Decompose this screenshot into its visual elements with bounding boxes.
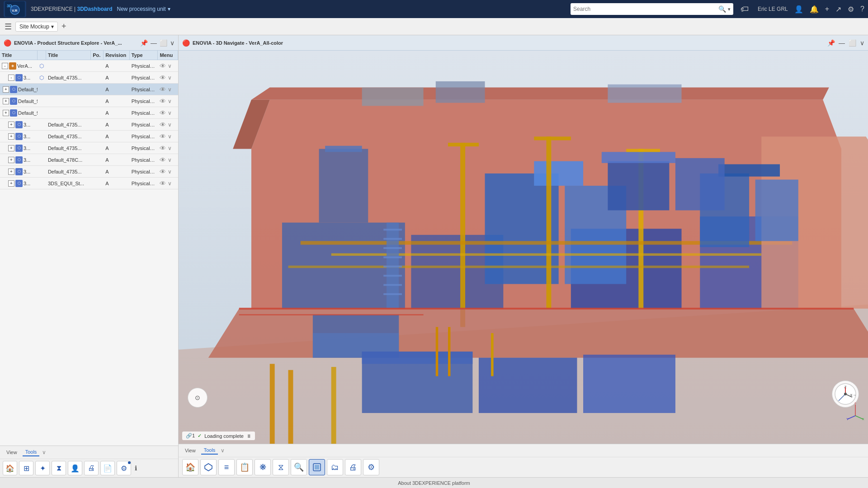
table-row[interactable]: + ⬡ 3... Default_4735... A Physical Pr 👁… xyxy=(0,119,178,131)
layers-btn[interactable]: 🗂 xyxy=(327,459,343,475)
3d-view-btn[interactable] xyxy=(200,459,217,475)
close-icon[interactable]: ∨ xyxy=(170,39,175,47)
pause-icon[interactable]: ⏸ xyxy=(246,433,251,439)
visibility-icon[interactable]: 👁 xyxy=(160,133,166,140)
settings-btn[interactable]: ⚙ xyxy=(117,461,131,475)
expand-btn[interactable]: + xyxy=(3,98,9,104)
visibility-icon[interactable]: 👁 xyxy=(160,145,166,152)
people-btn[interactable]: 👤 xyxy=(68,461,82,475)
bookmark-icon[interactable]: 🏷 xyxy=(741,5,749,14)
tab-view-right[interactable]: View xyxy=(182,447,198,454)
processing-unit[interactable]: New processing unit ▾ xyxy=(117,6,170,12)
row-menu-icon[interactable]: ∨ xyxy=(168,169,172,175)
network-btn[interactable]: ❋ xyxy=(255,459,271,475)
row-menu-icon[interactable]: ∨ xyxy=(168,110,172,116)
table-row[interactable]: + ⬡ Default_9EE8... A Physical Pr 👁 ∨ xyxy=(0,84,178,95)
table-row[interactable]: + ⬡ Default_9E7A... A Physical Pr 👁 ∨ xyxy=(0,95,178,107)
table-row[interactable]: - ⬡ 3... ⬡ Default_4735... A Physical Pr… xyxy=(0,72,178,84)
svg-rect-60 xyxy=(602,152,675,163)
compass-left-icon[interactable]: ⊙ xyxy=(188,388,208,408)
filter-btn[interactable]: ⧗ xyxy=(52,461,66,475)
right-panel-maximize-icon[interactable]: ⬜ xyxy=(849,39,856,47)
site-mockup-selector[interactable]: Site Mockup ▾ xyxy=(15,22,58,32)
visibility-icon[interactable]: 👁 xyxy=(160,109,166,117)
user-icon[interactable]: 👤 xyxy=(794,5,803,14)
visibility-icon[interactable]: 👁 xyxy=(160,156,166,164)
row-menu-icon[interactable]: ∨ xyxy=(168,145,172,151)
svg-rect-76 xyxy=(315,465,319,469)
expand-btn[interactable]: + xyxy=(8,145,14,151)
visibility-icon[interactable]: 👁 xyxy=(160,98,166,105)
tab-view-left[interactable]: View xyxy=(4,449,20,456)
tabs-more-icon[interactable]: ∨ xyxy=(221,447,225,454)
search-input[interactable] xyxy=(573,6,718,12)
table-row[interactable]: + ⬡ 3... Default_4735... A Physical Pr 👁… xyxy=(0,131,178,142)
visibility-icon[interactable]: 👁 xyxy=(160,74,166,81)
info-icon[interactable]: ℹ xyxy=(135,465,137,472)
expand-btn[interactable]: + xyxy=(3,86,9,93)
expand-btn[interactable]: + xyxy=(8,180,14,187)
app-logo[interactable]: 3D V.R xyxy=(4,1,26,17)
table-row[interactable]: + ⬡ 3... 3DS_EQUI_St... A Physical Pr 👁 … xyxy=(0,178,178,189)
row-menu-icon[interactable]: ∨ xyxy=(168,157,172,163)
home-btn-right[interactable]: 🏠 xyxy=(182,459,198,475)
home-btn[interactable]: 🏠 xyxy=(3,461,17,475)
settings-btn-right[interactable]: ⚙ xyxy=(363,459,379,475)
notifications-icon[interactable]: 🔔 xyxy=(810,5,819,14)
table-row[interactable]: + ⬡ Default_9EF1... A Physical Pr 👁 ∨ xyxy=(0,107,178,119)
export-btn[interactable]: 📄 xyxy=(100,461,115,475)
expand-btn[interactable]: + xyxy=(3,110,9,116)
tab-tools-left[interactable]: Tools xyxy=(23,448,40,456)
table-row[interactable]: + ⬡ 3... Default_4735... A Physical Pr 👁… xyxy=(0,166,178,178)
search-icon[interactable]: 🔍 xyxy=(718,5,726,13)
3d-view[interactable]: ⊙ Z X→ 🔗1 ✓ Loading complete ⏸ xyxy=(179,51,868,444)
right-panel-pin-icon[interactable]: 📌 xyxy=(827,39,835,47)
table-row[interactable]: + ⬡ 3... Default_478C... A Physical Pr 👁… xyxy=(0,154,178,166)
expand-btn[interactable]: + xyxy=(8,122,14,128)
search-bar[interactable]: 🔍 ▾ xyxy=(571,3,733,15)
collapse-btn[interactable]: - xyxy=(8,75,14,81)
print-btn-right[interactable]: 🖨 xyxy=(345,459,361,475)
visibility-icon[interactable]: 👁 xyxy=(160,62,166,70)
chevron-down-icon: ▾ xyxy=(168,6,170,12)
expand-btn[interactable]: + xyxy=(8,133,14,140)
visibility-icon[interactable]: 👁 xyxy=(160,121,166,128)
row-menu-icon[interactable]: ∨ xyxy=(168,122,172,128)
row-menu-icon[interactable]: ∨ xyxy=(168,75,172,81)
visibility-icon[interactable]: 👁 xyxy=(160,168,166,175)
table-btn[interactable]: ⊞ xyxy=(19,461,33,475)
tabs-chevron-icon[interactable]: ∨ xyxy=(42,449,46,455)
settings-icon[interactable]: ⚙ xyxy=(848,5,854,14)
help-icon[interactable]: ? xyxy=(860,5,864,13)
list-btn[interactable]: ≡ xyxy=(218,459,235,475)
right-panel-close-icon[interactable]: ∨ xyxy=(860,39,864,47)
pin-icon[interactable]: 📌 xyxy=(140,39,148,47)
table-row[interactable]: + ⬡ 3... Default_4735... A Physical Pr 👁… xyxy=(0,142,178,154)
maximize-icon[interactable]: ⬜ xyxy=(160,39,167,47)
tab-tools-right[interactable]: Tools xyxy=(201,446,218,455)
expand-btn[interactable]: + xyxy=(8,157,14,163)
hamburger-menu-icon[interactable]: ☰ xyxy=(5,22,12,32)
structure-btn[interactable]: ✦ xyxy=(35,461,50,475)
search-btn[interactable]: 🔍 xyxy=(291,459,307,475)
right-panel-minimize-icon[interactable]: — xyxy=(839,39,845,47)
document-btn[interactable]: 📋 xyxy=(236,459,253,475)
print-btn[interactable]: 🖨 xyxy=(84,461,99,475)
row-menu-icon[interactable]: ∨ xyxy=(168,86,172,93)
visibility-icon[interactable]: 👁 xyxy=(160,180,166,187)
row-menu-icon[interactable]: ∨ xyxy=(168,63,172,69)
share-icon[interactable]: ↗ xyxy=(835,5,841,14)
active-view-btn[interactable] xyxy=(309,459,325,475)
add-tab-icon[interactable]: + xyxy=(61,22,66,31)
search-chevron-icon[interactable]: ▾ xyxy=(728,6,731,12)
row-menu-icon[interactable]: ∨ xyxy=(168,180,172,187)
row-menu-icon[interactable]: ∨ xyxy=(168,133,172,140)
visibility-icon[interactable]: 👁 xyxy=(160,86,166,93)
collapse-btn[interactable]: - xyxy=(2,63,8,69)
table-row[interactable]: - ◈ VerA... ⬡ A Physical Pr 👁 ∨ xyxy=(0,60,178,72)
add-icon[interactable]: + xyxy=(825,5,829,13)
minimize-icon[interactable]: — xyxy=(151,39,157,47)
expand-btn[interactable]: + xyxy=(8,169,14,175)
row-menu-icon[interactable]: ∨ xyxy=(168,98,172,104)
filter-btn-right[interactable]: ⧖ xyxy=(273,459,289,475)
